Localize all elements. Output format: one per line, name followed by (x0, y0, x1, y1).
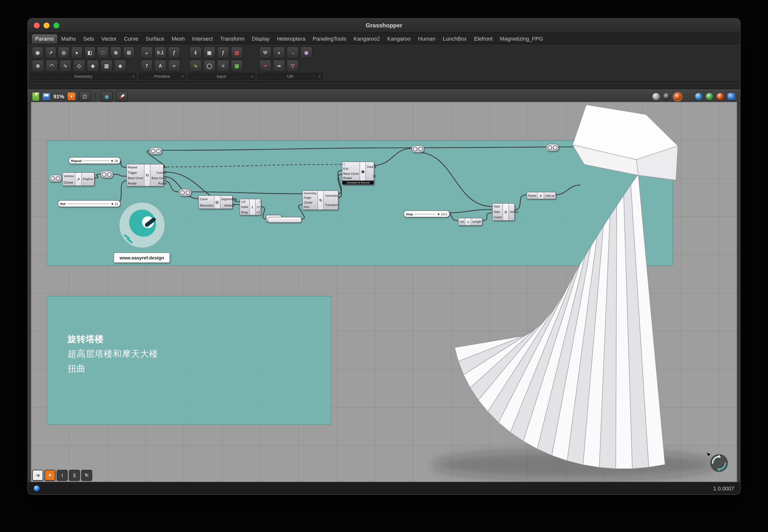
explode-node[interactable]: CurveRecursive⊟SegmentsVertices (199, 195, 233, 209)
param-curve-icon[interactable]: ∿ (59, 60, 71, 72)
menu-tab-lunchbox[interactable]: LunchBox (439, 34, 470, 44)
gradient-tool[interactable]: ▼ (45, 470, 55, 481)
menu-tab-surface[interactable]: Surface (142, 34, 168, 44)
node-input[interactable]: Count (494, 216, 501, 219)
node-output[interactable]: +2 (257, 211, 260, 214)
param-field-icon[interactable]: ◈ (114, 60, 126, 72)
node-input[interactable]: Rotate (343, 177, 359, 180)
new-file-button[interactable] (32, 92, 39, 101)
loop-end-node[interactable]: <ExitBase CurveRotate◉Data ⊕D1Constant &… (342, 162, 374, 185)
slider-grip[interactable]: ◆ (111, 159, 113, 162)
param-box-icon[interactable]: □ (97, 46, 108, 59)
param-point-icon[interactable]: ↗ (45, 46, 56, 59)
node-output[interactable]: Transform (325, 203, 338, 206)
node-output[interactable]: Length (472, 220, 481, 223)
menu-tab-sets[interactable]: Sets (80, 34, 97, 44)
param-mesh-icon[interactable]: ⊛ (110, 46, 122, 59)
menu-tab-magnetizing_fpg[interactable]: Magnetizing_FPG (496, 34, 546, 44)
node-output[interactable]: Data ⊕ (367, 165, 377, 169)
slider-track[interactable] (83, 160, 109, 161)
node-input[interactable]: Index (241, 206, 248, 208)
relay-top[interactable] (149, 147, 162, 155)
save-file-button[interactable] (43, 93, 50, 100)
param-geometry-icon[interactable]: ◉ (32, 46, 43, 59)
view-ball-blue[interactable] (695, 93, 702, 100)
jump-out-icon[interactable]: ⇒ (273, 60, 285, 72)
node-output[interactable]: Segments (221, 197, 234, 200)
param-brep-icon[interactable]: ◆ (87, 60, 99, 72)
node-output[interactable]: > (165, 166, 167, 169)
node-input[interactable]: Start (494, 205, 501, 208)
view-btn-blue[interactable] (727, 93, 736, 100)
node-output[interactable]: Vertices (224, 204, 235, 207)
node-input[interactable]: Base Curve (128, 176, 143, 179)
data-dam-icon[interactable]: Ψ (259, 46, 271, 59)
slider-grip[interactable]: ◆ (111, 202, 113, 205)
relay-left[interactable] (49, 175, 62, 182)
node-input[interactable]: List (241, 200, 248, 203)
menu-tab-display[interactable]: Display (248, 34, 273, 44)
help-ball-icon[interactable] (34, 485, 40, 491)
node-output[interactable]: +1 (257, 206, 260, 208)
node-input[interactable]: Recursive (200, 204, 213, 207)
flask-icon[interactable]: ▽ (287, 60, 299, 72)
relay-top-right[interactable] (411, 145, 424, 153)
minimize-window-button[interactable] (44, 23, 49, 28)
repeat-slider[interactable]: Repeat◆16 (69, 157, 120, 164)
param-arc-icon[interactable]: ◠ (46, 60, 58, 72)
node-input[interactable]: Center (304, 201, 317, 204)
zoom-window-button[interactable] (53, 23, 59, 28)
param-plane-icon[interactable]: ◧ (84, 46, 95, 59)
node-input[interactable]: Step (494, 210, 501, 213)
slider-grip[interactable]: ◆ (438, 212, 440, 215)
menu-tab-kangaroo2[interactable]: Kangaroo2 (350, 34, 384, 44)
sketch-brush-button[interactable] (116, 91, 128, 102)
series-node[interactable]: StartStepCountSSeries (492, 203, 515, 221)
node-input[interactable]: Base Curve (343, 172, 359, 175)
param-complex-icon[interactable]: ≈ (168, 60, 180, 72)
loop-start-node[interactable]: RepeatTriggerBase CurveRotate↻>CounterBa… (126, 164, 163, 186)
param-text-icon[interactable]: A (154, 60, 166, 72)
node-output[interactable]: Rotate (158, 182, 167, 185)
zoom-extents-button[interactable]: ⊡ (79, 91, 91, 102)
node-input[interactable]: Repeat (128, 166, 143, 169)
param-integer-icon[interactable]: 7 (140, 60, 153, 72)
relay-hidden[interactable] (546, 144, 559, 151)
node-output[interactable]: Series (510, 210, 518, 213)
menu-tab-params[interactable]: Params (32, 34, 57, 44)
param-boolean-icon[interactable]: ◒ (140, 46, 153, 59)
colour-swatch-icon[interactable]: ▦ (231, 60, 243, 72)
node-input[interactable]: Wrap (241, 211, 248, 214)
node-input[interactable]: Axis (304, 206, 317, 209)
list-length-node[interactable]: List≡Length (458, 218, 482, 226)
param-data-icon[interactable]: ƒ (168, 46, 180, 59)
expression-tool[interactable]: -x (32, 470, 43, 481)
node-input[interactable]: Closed (64, 181, 74, 184)
jump-in-icon[interactable]: → (287, 46, 299, 59)
param-surface-icon[interactable]: ◇ (73, 60, 85, 72)
menu-tab-maths[interactable]: Maths (58, 34, 79, 44)
menu-tab-panelingtools[interactable]: PanelingTools (309, 34, 350, 44)
menu-tab-human[interactable]: Human (415, 34, 439, 44)
param-circle-icon[interactable]: ◎ (58, 46, 69, 59)
value-capsule[interactable] (268, 217, 302, 223)
unit-z-node[interactable]: FactorzUnit ve (526, 192, 556, 199)
node-output[interactable]: D1 (373, 175, 376, 178)
menu-tab-kangaroo[interactable]: Kangaroo (384, 34, 414, 44)
node-output[interactable]: i (259, 200, 260, 203)
node-input[interactable]: < (343, 163, 359, 166)
param-number-icon[interactable]: 0.1 (154, 46, 166, 59)
node-input[interactable]: Vertices (64, 174, 74, 177)
rot-slider[interactable]: Rot◆11 (58, 200, 120, 207)
value-list-icon[interactable]: ▤ (231, 46, 243, 59)
import-file-icon[interactable]: ⇓ (189, 46, 202, 59)
item-picker-icon[interactable]: ≡ (217, 60, 229, 72)
view-ball-red[interactable] (717, 93, 724, 100)
ribbon-group-expand-icon[interactable]: + (319, 74, 321, 79)
slider-track[interactable] (67, 203, 110, 204)
menu-tab-vector[interactable]: Vector (98, 34, 120, 44)
node-input[interactable]: Factor (528, 194, 536, 197)
titlebar[interactable]: Grasshopper (28, 19, 740, 33)
close-window-button[interactable] (34, 23, 40, 28)
knob-icon[interactable]: ◯ (203, 60, 216, 72)
